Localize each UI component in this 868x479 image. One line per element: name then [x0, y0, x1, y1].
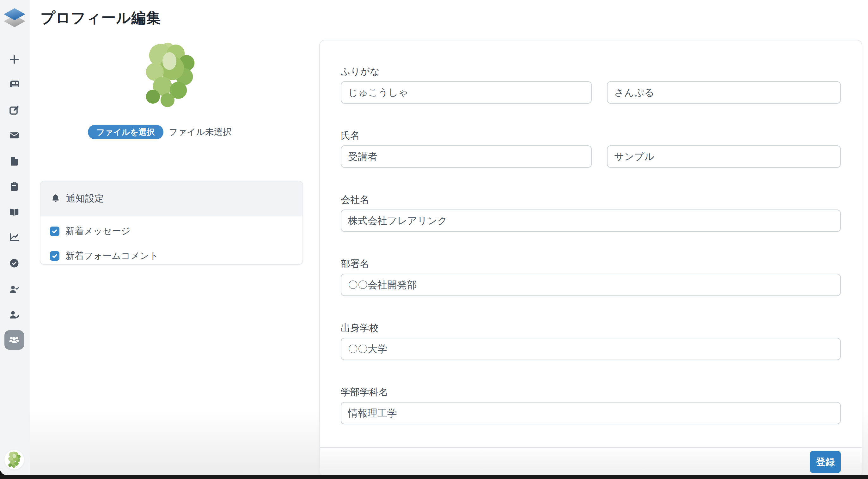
file-icon — [9, 156, 20, 166]
field-label: 会社名 — [341, 193, 841, 206]
user-check-icon — [9, 284, 20, 295]
form-group-school: 出身学校 — [341, 321, 841, 360]
notification-option-label: 新着フォームコメント — [65, 250, 159, 262]
sidebar-item-news[interactable] — [8, 78, 20, 90]
sidebar-item-mail[interactable] — [8, 130, 20, 141]
form-group-faculty: 学部学科名 — [341, 385, 841, 424]
furigana-first-input[interactable] — [607, 81, 841, 104]
users-icon — [8, 334, 20, 346]
field-label: 学部学科名 — [341, 385, 841, 399]
clipboard-icon — [9, 181, 20, 192]
form-group-furigana: ふりがな — [341, 65, 841, 104]
file-upload-row: ファイルを選択 ファイル未選択 — [88, 125, 232, 139]
book-open-icon — [9, 206, 20, 217]
field-label: ふりがな — [341, 65, 841, 78]
checkbox-checked-icon[interactable] — [50, 227, 59, 236]
checkbox-checked-icon[interactable] — [50, 251, 59, 261]
furigana-last-input[interactable] — [341, 81, 592, 104]
sidebar-item-documents[interactable] — [8, 155, 20, 167]
file-status-text: ファイル未選択 — [169, 126, 232, 138]
horizontal-scrollbar[interactable] — [0, 475, 868, 479]
bell-icon — [51, 193, 60, 204]
file-select-button[interactable]: ファイルを選択 — [88, 125, 163, 139]
sidebar-item-user-edit[interactable] — [8, 309, 20, 320]
notification-option-new-form-comment[interactable]: 新着フォームコメント — [50, 250, 293, 262]
profile-avatar-image — [144, 43, 195, 108]
edit-pen-square-icon — [9, 104, 20, 115]
school-input[interactable] — [341, 338, 841, 360]
notification-settings-header: 通知設定 — [40, 181, 303, 216]
user-pen-icon — [9, 309, 20, 320]
newspaper-icon — [9, 79, 20, 89]
check-circle-icon — [9, 258, 20, 268]
form-footer: 登録 — [320, 447, 862, 475]
app-window: プロフィール編集 ファイルを選択 ファイル未選択 通知設定 新着 — [0, 0, 868, 475]
department-name-input[interactable] — [341, 274, 841, 296]
profile-form: ふりがな 氏名 会社名 — [320, 40, 862, 424]
form-group-company: 会社名 — [341, 193, 841, 232]
field-label: 氏名 — [341, 129, 841, 142]
sidebar — [0, 0, 30, 475]
company-name-input[interactable] — [341, 210, 841, 232]
mail-icon — [9, 130, 20, 140]
sidebar-item-edit[interactable] — [8, 104, 20, 116]
notification-settings-card: 通知設定 新着メッセージ 新着フォームコメント — [40, 181, 303, 265]
plus-icon — [9, 54, 20, 65]
sidebar-item-members-active[interactable] — [4, 330, 24, 350]
sidebar-item-user-check[interactable] — [8, 284, 20, 295]
sidebar-user-avatar[interactable] — [4, 450, 24, 470]
last-name-input[interactable] — [341, 145, 592, 168]
app-logo-layers-icon[interactable] — [3, 6, 26, 28]
chart-line-icon — [9, 232, 20, 243]
sidebar-item-approvals[interactable] — [8, 257, 20, 269]
form-group-department: 部署名 — [341, 257, 841, 296]
sidebar-item-tasks[interactable] — [8, 181, 20, 192]
field-label: 出身学校 — [341, 321, 841, 334]
notification-settings-title: 通知設定 — [66, 192, 104, 205]
notification-option-label: 新着メッセージ — [65, 225, 130, 237]
submit-button[interactable]: 登録 — [810, 451, 841, 473]
field-label: 部署名 — [341, 257, 841, 270]
profile-form-card: ふりがな 氏名 会社名 — [319, 40, 862, 475]
notification-option-new-message[interactable]: 新着メッセージ — [50, 225, 293, 237]
main-content: プロフィール編集 ファイルを選択 ファイル未選択 通知設定 新着 — [30, 0, 868, 475]
sidebar-item-library[interactable] — [8, 206, 20, 218]
sidebar-item-analytics[interactable] — [8, 232, 20, 243]
first-name-input[interactable] — [607, 145, 841, 168]
page-title: プロフィール編集 — [40, 8, 161, 28]
grapes-avatar-small — [8, 451, 21, 468]
form-group-name: 氏名 — [341, 129, 841, 168]
faculty-input[interactable] — [341, 402, 841, 424]
sidebar-item-add[interactable] — [8, 54, 20, 65]
notification-settings-body: 新着メッセージ 新着フォームコメント — [40, 216, 303, 262]
